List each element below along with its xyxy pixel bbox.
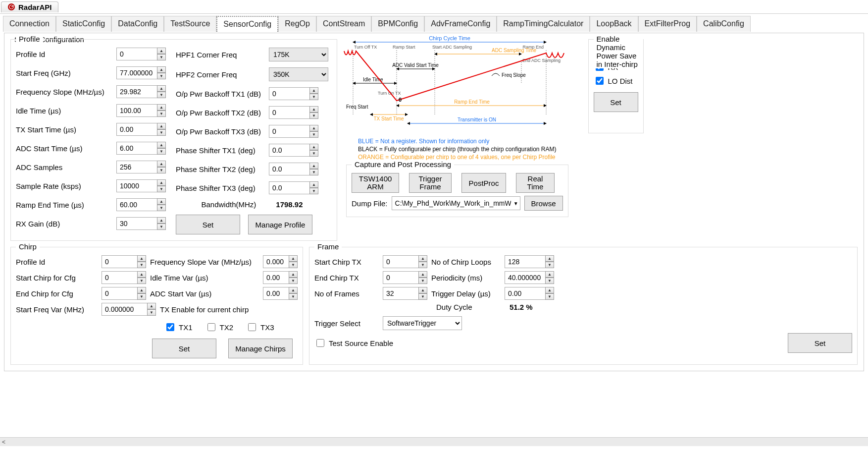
spin-up-icon[interactable]: ▲ — [309, 106, 318, 113]
tab-calibconfig[interactable]: CalibConfig — [697, 16, 751, 32]
trigger-frame-button[interactable]: Trigger Frame — [409, 173, 452, 193]
spin-down-icon[interactable]: ▼ — [157, 186, 166, 192]
spin-down-icon[interactable]: ▼ — [289, 262, 298, 268]
chirp-tx2-checkbox[interactable] — [207, 323, 215, 331]
main-tabbar: Connection StaticConfig DataConfig TestS… — [0, 16, 868, 32]
tab-testsource[interactable]: TestSource — [164, 16, 216, 32]
spin-down-icon[interactable]: ▼ — [157, 224, 166, 230]
profile-set-button[interactable]: Set — [176, 215, 240, 234]
spin-up-icon[interactable]: ▲ — [157, 217, 166, 224]
spin-up-icon[interactable]: ▲ — [157, 161, 166, 167]
spin-down-icon[interactable]: ▼ — [157, 54, 166, 60]
spin-up-icon[interactable]: ▲ — [289, 271, 298, 278]
adcstart-label: ADC Start Time (µs) — [16, 144, 112, 153]
spin-down-icon[interactable]: ▼ — [418, 278, 427, 284]
spin-up-icon[interactable]: ▲ — [545, 287, 554, 293]
tsw-button[interactable]: TSW1400 ARM — [352, 173, 399, 193]
spin-down-icon[interactable]: ▼ — [309, 188, 318, 194]
tab-advframeconfig[interactable]: AdvFrameConfig — [424, 16, 497, 32]
frame-group: Frame Start Chirp TX ▲▼ No of Chirp Loop… — [309, 247, 858, 365]
chirp-set-button[interactable]: Set — [152, 339, 216, 358]
spin-down-icon[interactable]: ▼ — [309, 113, 318, 119]
spin-up-icon[interactable]: ▲ — [309, 163, 318, 169]
spin-down-icon[interactable]: ▼ — [545, 278, 554, 284]
spin-down-icon[interactable]: ▼ — [418, 293, 427, 300]
spin-up-icon[interactable]: ▲ — [147, 303, 156, 309]
spin-down-icon[interactable]: ▼ — [157, 205, 166, 211]
spin-up-icon[interactable]: ▲ — [289, 255, 298, 262]
tab-extfilterprog[interactable]: ExtFilterProg — [638, 16, 697, 32]
profile-manage-button[interactable]: Manage Profile — [248, 215, 312, 234]
spin-down-icon[interactable]: ▼ — [309, 131, 318, 138]
tab-connection[interactable]: Connection — [3, 16, 56, 32]
spin-down-icon[interactable]: ▼ — [157, 167, 166, 173]
spin-down-icon[interactable]: ▼ — [289, 293, 298, 300]
spin-down-icon[interactable]: ▼ — [309, 94, 318, 100]
spin-up-icon[interactable]: ▲ — [157, 123, 166, 129]
ps-set-button[interactable]: Set — [594, 92, 638, 112]
spin-up-icon[interactable]: ▲ — [309, 125, 318, 131]
tab-bpmconfig[interactable]: BPMConfig — [371, 16, 424, 32]
tab-regop[interactable]: RegOp — [278, 16, 316, 32]
spin-down-icon[interactable]: ▼ — [157, 73, 166, 79]
spin-down-icon[interactable]: ▼ — [309, 169, 318, 175]
frame-testsource-checkbox[interactable] — [316, 339, 324, 347]
postproc-button[interactable]: PostProc — [461, 173, 506, 193]
chirp-diagram-icon: Chirp Cycle Time Turn Off TX Ramp Start … — [343, 36, 571, 135]
tab-sensorconfig[interactable]: SensorConfig — [216, 16, 278, 32]
spin-down-icon[interactable]: ▼ — [289, 278, 298, 284]
spin-up-icon[interactable]: ▲ — [157, 85, 166, 92]
spin-up-icon[interactable]: ▲ — [157, 179, 166, 186]
chirp-manage-button[interactable]: Manage Chirps — [228, 339, 293, 358]
frame-set-button[interactable]: Set — [788, 333, 852, 353]
spin-down-icon[interactable]: ▼ — [157, 111, 166, 117]
realtime-button[interactable]: Real Time — [516, 173, 555, 193]
spin-up-icon[interactable]: ▲ — [137, 287, 146, 293]
spin-up-icon[interactable]: ▲ — [309, 181, 318, 188]
spin-down-icon[interactable]: ▼ — [137, 293, 146, 300]
spin-up-icon[interactable]: ▲ — [418, 287, 427, 293]
spin-down-icon[interactable]: ▼ — [157, 148, 166, 155]
spin-up-icon[interactable]: ▲ — [309, 144, 318, 150]
spin-up-icon[interactable]: ▲ — [157, 198, 166, 205]
browse-button[interactable]: Browse — [524, 196, 563, 211]
chirp-diagram: Chirp Cycle Time Turn Off TX Ramp Start … — [343, 36, 571, 162]
window-title-tab[interactable]: RadarAPI — [1, 1, 58, 12]
spin-down-icon[interactable]: ▼ — [545, 262, 554, 268]
spin-down-icon[interactable]: ▼ — [418, 262, 427, 268]
spin-down-icon[interactable]: ▼ — [545, 293, 554, 300]
spin-down-icon[interactable]: ▼ — [147, 309, 156, 316]
spin-up-icon[interactable]: ▲ — [137, 271, 146, 278]
tab-staticconfig[interactable]: StaticConfig — [56, 16, 111, 32]
svg-text:Turn Off TX: Turn Off TX — [354, 45, 377, 50]
spin-up-icon[interactable]: ▲ — [157, 142, 166, 148]
spin-down-icon[interactable]: ▼ — [137, 262, 146, 268]
spin-down-icon[interactable]: ▼ — [137, 278, 146, 284]
spin-up-icon[interactable]: ▲ — [137, 255, 146, 262]
hpf2-select[interactable]: 350K — [269, 67, 328, 81]
opb1-label: O/p Pwr Backoff TX1 (dB) — [176, 90, 265, 98]
frame-trigger-select[interactable]: SoftwareTrigger — [383, 316, 462, 330]
spin-down-icon[interactable]: ▼ — [157, 92, 166, 98]
spin-up-icon[interactable]: ▲ — [157, 66, 166, 73]
tab-dataconfig[interactable]: DataConfig — [111, 16, 164, 32]
spin-down-icon[interactable]: ▼ — [157, 129, 166, 136]
spin-down-icon[interactable]: ▼ — [309, 150, 318, 157]
spin-up-icon[interactable]: ▲ — [418, 271, 427, 278]
tab-contstream[interactable]: ContStream — [316, 16, 371, 32]
tab-loopback[interactable]: LoopBack — [590, 16, 638, 32]
dumpfile-input[interactable] — [392, 196, 520, 210]
spin-up-icon[interactable]: ▲ — [157, 104, 166, 111]
chirp-tx1-checkbox[interactable] — [166, 323, 174, 331]
ps-lo-checkbox[interactable] — [596, 77, 604, 85]
chirp-tx3-checkbox[interactable] — [248, 323, 256, 331]
hpf1-select[interactable]: 175K — [269, 48, 328, 61]
spin-up-icon[interactable]: ▲ — [418, 255, 427, 262]
window-titlebar: RadarAPI — [0, 0, 868, 14]
spin-up-icon[interactable]: ▲ — [157, 48, 166, 54]
spin-up-icon[interactable]: ▲ — [545, 271, 554, 278]
spin-up-icon[interactable]: ▲ — [289, 287, 298, 293]
spin-up-icon[interactable]: ▲ — [545, 255, 554, 262]
spin-up-icon[interactable]: ▲ — [309, 87, 318, 94]
tab-ramptimingcalc[interactable]: RampTimingCalculator — [497, 16, 590, 32]
